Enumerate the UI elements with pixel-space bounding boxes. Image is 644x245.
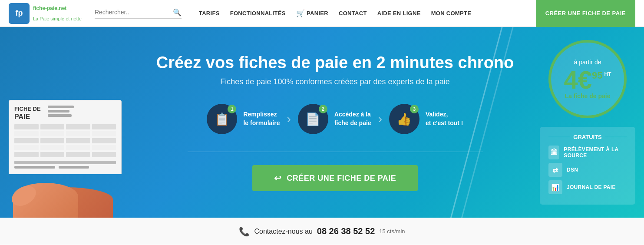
nav-item-compte[interactable]: MON COMPTE	[431, 10, 472, 17]
phone-label: Contactez-nous au	[254, 228, 312, 235]
step-2-number: 2	[319, 105, 327, 113]
hero-image-area: FICHE DE PAIE	[0, 27, 139, 218]
step-3-circle: 3 👍	[389, 104, 419, 134]
hero-divider	[188, 152, 483, 152]
search-button[interactable]: 🔍	[173, 8, 182, 17]
feature-item-journal: 📊 JOURNAL DE PAIE	[548, 180, 627, 194]
feature-item-prelevement: 🏛 PRÉLÈVEMENT À LA SOURCE	[548, 146, 627, 159]
phone-rate: 15 cts/min	[379, 228, 405, 235]
phone-number: 08 26 38 52 52	[317, 226, 375, 236]
prelevement-icon: 🏛	[548, 146, 559, 159]
header: fp fiche-paie.net La Paie simple et nett…	[0, 0, 644, 27]
nav-item-aide[interactable]: AIDE EN LIGNE	[377, 10, 421, 17]
hands-area	[9, 174, 122, 218]
step-3-text: Validez, et c'est tout !	[426, 110, 463, 127]
payslip-grid	[14, 124, 116, 157]
price-description: La fiche de paie	[565, 93, 610, 99]
price-from-label: à partir de	[574, 59, 601, 66]
search-area: 🔍	[95, 8, 182, 19]
logo-tagline: La Paie simple et nette	[33, 16, 82, 21]
features-box: GRATUITS 🏛 PRÉLÈVEMENT À LA SOURCE ⇄ DSN…	[540, 127, 635, 205]
logo[interactable]: fp fiche-paie.net La Paie simple et nett…	[9, 3, 82, 24]
payslip-paper: FICHE DE PAIE	[9, 100, 122, 174]
nav-item-panier[interactable]: 🛒 PANIER	[296, 9, 328, 17]
hero-title: Créez vos fiches de paie en 2 minutes ch…	[156, 53, 514, 72]
step-1-icon: 📋	[215, 112, 230, 126]
step-2-circle: 2 📄	[298, 104, 328, 134]
payslip-title-text: FICHE DE PAIE	[14, 106, 41, 121]
price-panel: à partir de 4€95HT La fiche de paie GRAT…	[531, 27, 644, 218]
step-arrow-2: ›	[378, 112, 382, 126]
logo-name: fiche-paie.net	[33, 5, 82, 16]
cart-icon: 🛒	[296, 9, 305, 17]
search-input[interactable]	[95, 9, 173, 16]
footer-bar: 📞 Contactez-nous au 08 26 38 52 52 15 ct…	[0, 218, 644, 245]
payslip-bottom	[14, 161, 116, 169]
nav-item-contact[interactable]: CONTACT	[339, 10, 367, 17]
hero-content: Créez vos fiches de paie en 2 minutes ch…	[139, 27, 531, 218]
logo-text: fiche-paie.net La Paie simple et nette	[33, 5, 82, 21]
price-value: 4€95HT	[564, 67, 611, 93]
step-2-icon: 📄	[305, 112, 320, 126]
step-3-icon: 👍	[396, 112, 412, 126]
main-nav: TARIFS FONCTIONNALITÉS 🛒 PANIER CONTACT …	[199, 9, 536, 17]
step-arrow-1: ›	[287, 112, 291, 126]
create-button-icon: ↩	[274, 173, 282, 183]
payslip-illustration: FICHE DE PAIE	[9, 100, 122, 218]
footer-phone: 📞 Contactez-nous au 08 26 38 52 52 15 ct…	[239, 226, 405, 237]
step-3: 3 👍 Validez, et c'est tout !	[389, 104, 463, 134]
journal-icon: 📊	[548, 180, 562, 194]
dsn-icon: ⇄	[548, 163, 562, 177]
header-create-button[interactable]: CRÉER UNE FICHE DE PAIE	[536, 0, 635, 27]
nav-item-fonctionnalites[interactable]: FONCTIONNALITÉS	[230, 10, 286, 17]
feature-item-dsn: ⇄ DSN	[548, 163, 627, 177]
phone-icon: 📞	[239, 226, 250, 237]
payslip-header-lines	[48, 106, 74, 121]
step-2-text: Accédez à la fiche de paie	[334, 110, 371, 127]
step-1: 1 📋 Remplissez le formulaire	[207, 104, 280, 134]
nav-item-tarifs[interactable]: TARIFS	[199, 10, 220, 17]
hero-create-button[interactable]: ↩ CRÉER UNE FICHE DE PAIE	[252, 165, 418, 191]
step-3-number: 3	[410, 105, 419, 113]
step-2: 2 📄 Accédez à la fiche de paie	[298, 104, 371, 134]
step-1-number: 1	[228, 105, 236, 113]
hero-section: FICHE DE PAIE	[0, 27, 644, 218]
hero-subtitle: Fiches de paie 100% conformes créées par…	[220, 77, 449, 86]
step-1-circle: 1 📋	[207, 104, 237, 134]
features-title: GRATUITS	[548, 134, 627, 140]
price-circle: à partir de 4€95HT La fiche de paie	[548, 40, 627, 118]
step-1-text: Remplissez le formulaire	[243, 110, 280, 127]
logo-icon: fp	[9, 3, 30, 24]
steps-container: 1 📋 Remplissez le formulaire › 2 📄 Accéd…	[207, 104, 463, 134]
